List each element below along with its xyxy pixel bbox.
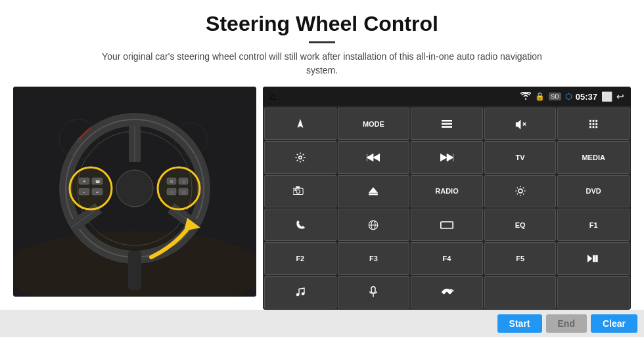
- f1-btn[interactable]: F1: [557, 209, 630, 241]
- mic-btn[interactable]: [338, 276, 410, 308]
- svg-point-50: [596, 123, 598, 125]
- svg-rect-34: [128, 251, 141, 290]
- svg-point-51: [589, 126, 591, 128]
- svg-point-66: [518, 189, 522, 193]
- status-time: 05:37: [576, 92, 597, 102]
- mute-btn[interactable]: [484, 108, 557, 140]
- svg-point-48: [589, 123, 591, 125]
- subtitle: Your original car's steering wheel contr…: [92, 50, 552, 77]
- svg-text:☎: ☎: [95, 180, 101, 184]
- bt-icon: ⬡: [565, 92, 572, 101]
- start-button[interactable]: Start: [497, 314, 542, 333]
- svg-text:♪: ♪: [83, 178, 85, 182]
- clear-button[interactable]: Clear: [591, 314, 637, 333]
- svg-marker-58: [440, 154, 447, 161]
- svg-point-49: [593, 123, 595, 125]
- svg-text:⚙: ⚙: [170, 179, 173, 184]
- svg-rect-70: [441, 222, 453, 228]
- empty-2: [557, 276, 630, 308]
- svg-point-45: [589, 120, 591, 122]
- apps-btn[interactable]: [557, 108, 630, 140]
- svg-rect-65: [369, 194, 378, 195]
- svg-rect-41: [442, 123, 452, 124]
- play-pause-btn[interactable]: [557, 242, 630, 274]
- media-btn[interactable]: MEDIA: [557, 141, 630, 173]
- car-image: + - ♪ ☎ ↩ ⚙ ◇ ○ ◇: [13, 87, 256, 297]
- camera-btn[interactable]: 360: [264, 175, 336, 207]
- button-grid: MODE: [263, 106, 631, 310]
- menu-btn[interactable]: [411, 108, 483, 140]
- lock-icon: 🔒: [535, 92, 545, 101]
- svg-rect-72: [593, 255, 595, 262]
- eq-btn[interactable]: EQ: [484, 209, 557, 241]
- page-title: Steering Wheel Control: [0, 0, 644, 39]
- svg-marker-59: [447, 154, 453, 161]
- svg-point-25: [158, 167, 200, 209]
- mode-btn[interactable]: MODE: [338, 108, 410, 140]
- svg-point-14: [70, 167, 112, 209]
- svg-point-46: [593, 120, 595, 122]
- nav-btn[interactable]: [264, 108, 336, 140]
- content-row: + - ♪ ☎ ↩ ⚙ ◇ ○ ◇: [13, 87, 631, 310]
- title-divider: [309, 41, 335, 43]
- svg-text:360: 360: [296, 186, 300, 189]
- svg-marker-55: [373, 154, 380, 161]
- phone-btn[interactable]: [264, 209, 336, 241]
- screen-rect-btn[interactable]: [411, 209, 483, 241]
- svg-rect-73: [596, 255, 598, 262]
- svg-point-52: [593, 126, 595, 128]
- svg-point-54: [299, 156, 302, 159]
- radio-btn[interactable]: RADIO: [411, 175, 483, 207]
- svg-text:↘: ↘: [450, 289, 453, 293]
- svg-rect-42: [442, 126, 452, 127]
- f5-btn[interactable]: F5: [484, 242, 557, 274]
- svg-marker-64: [369, 188, 378, 193]
- svg-rect-61: [293, 188, 303, 195]
- prev-btn[interactable]: [338, 141, 410, 173]
- tv-btn[interactable]: TV: [484, 141, 557, 173]
- svg-marker-71: [587, 255, 592, 262]
- svg-text:↩: ↩: [96, 190, 99, 194]
- f3-btn[interactable]: F3: [338, 242, 410, 274]
- svg-point-12: [116, 170, 153, 207]
- svg-rect-76: [371, 287, 375, 293]
- bottom-bar: Start End Clear: [0, 310, 644, 337]
- next-btn[interactable]: [411, 141, 483, 173]
- f4-btn[interactable]: F4: [411, 242, 483, 274]
- end-button[interactable]: End: [546, 314, 587, 333]
- music-btn[interactable]: [264, 276, 336, 308]
- browse-btn[interactable]: [338, 209, 410, 241]
- svg-point-53: [596, 126, 598, 128]
- empty-1: [484, 276, 557, 308]
- svg-text:○: ○: [170, 190, 173, 194]
- status-bar: ⌂ 🔒 SD ⬡ 05:37 ⬜ ↩: [263, 87, 631, 106]
- svg-marker-56: [367, 154, 373, 161]
- f2-btn[interactable]: F2: [264, 242, 336, 274]
- home-icon[interactable]: ⌂: [269, 91, 276, 102]
- svg-point-75: [302, 293, 304, 295]
- wifi-icon: [520, 92, 531, 102]
- svg-point-47: [596, 120, 598, 122]
- settings-btn[interactable]: [264, 141, 336, 173]
- svg-point-62: [296, 190, 300, 194]
- brightness-btn[interactable]: [484, 175, 557, 207]
- call-end-btn[interactable]: ↘: [411, 276, 483, 308]
- radio-panel: ⌂ 🔒 SD ⬡ 05:37 ⬜ ↩ MODE: [263, 87, 631, 310]
- svg-point-74: [296, 293, 299, 296]
- dvd-btn[interactable]: DVD: [557, 175, 630, 207]
- svg-rect-40: [442, 120, 452, 121]
- back-icon: ↩: [616, 91, 624, 102]
- eject-btn[interactable]: [338, 175, 410, 207]
- sd-icon: SD: [549, 93, 561, 100]
- screen-icon: ⬜: [601, 91, 612, 102]
